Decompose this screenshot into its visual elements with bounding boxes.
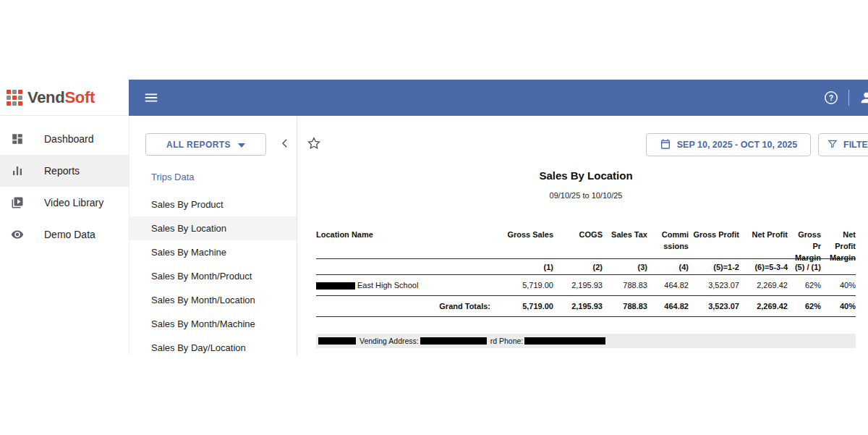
- net-profit-margin-cell: 40%: [821, 281, 856, 290]
- report-main-area: SEP 10, 2025 - OCT 10, 2025 FILTER Sales…: [297, 116, 868, 355]
- report-date-range-subtitle: 09/10/25 to 10/10/25: [316, 191, 856, 200]
- reports-list-panel: ALL REPORTS Trips Data Sales By Product …: [129, 116, 297, 355]
- report-item-sales-by-product[interactable]: Sales By Product: [129, 193, 297, 216]
- trips-data-link[interactable]: Trips Data: [151, 172, 194, 182]
- grand-totals-label: Grand Totals:: [316, 302, 492, 311]
- gross-profit-cell: 3,523.07: [689, 281, 739, 290]
- sales-tax-cell: 788.83: [603, 281, 647, 290]
- caret-down-icon: [238, 140, 245, 150]
- eye-icon: [11, 228, 24, 241]
- formula-cell: (1): [492, 263, 553, 271]
- column-header-cogs: COGS: [553, 229, 603, 258]
- table-formula-row: (1) (2) (3) (4) (5)=1-2 (6)=5-3-4 (5) / …: [316, 259, 856, 275]
- cogs-cell: 2,195.93: [553, 281, 603, 290]
- redaction-bar: [316, 282, 355, 290]
- bar-chart-icon: [11, 164, 24, 177]
- column-header-gross-profit-margin: Gross PrMargin: [788, 229, 821, 258]
- sidebar-item-label: Video Library: [44, 197, 103, 208]
- footer-address-label: Vending Address:: [359, 337, 419, 345]
- report-title: Sales By Location: [316, 169, 856, 182]
- date-range-label: SEP 10, 2025 - OCT 10, 2025: [677, 140, 798, 150]
- gross-sales-cell: 5,719.00: [492, 281, 553, 290]
- report-footer: Vending Address: rd Phone:: [316, 334, 856, 348]
- calendar-icon: [660, 138, 671, 152]
- dashboard-icon: [11, 132, 24, 145]
- app-window: VendSoft ? Dashboard Reports: [0, 0, 868, 435]
- topbar-divider: [848, 90, 849, 106]
- column-header-gross-profit: Gross Profit: [689, 229, 739, 258]
- grand-total-net-profit-margin: 40%: [821, 302, 856, 311]
- column-header-commissions: Commissions: [647, 229, 689, 258]
- formula-cell: (5)=1-2: [689, 263, 739, 271]
- chevron-left-icon[interactable]: [278, 137, 293, 151]
- report-item-sales-by-month-machine[interactable]: Sales By Month/Machine: [129, 312, 297, 336]
- redaction-bar: [524, 337, 605, 345]
- filter-label: FILTER: [843, 140, 868, 150]
- filter-funnel-icon: [827, 139, 838, 151]
- report-item-sales-by-day-location[interactable]: Sales By Day/Location: [129, 336, 297, 355]
- sidebar-item-label: Reports: [44, 165, 80, 177]
- sidebar-item-video-library[interactable]: Video Library: [0, 187, 129, 219]
- net-profit-cell: 2,269.42: [739, 281, 788, 290]
- redaction-bar: [318, 337, 356, 345]
- grand-totals-row: Grand Totals: 5,719.00 2,195.93 788.83 4…: [316, 296, 856, 317]
- column-header-net-profit-margin: Net ProfitMargin: [821, 229, 856, 258]
- column-header-location-name: Location Name: [316, 229, 492, 258]
- sales-by-location-table: Location Name Gross Sales COGS Sales Tax…: [316, 224, 856, 317]
- report-item-sales-by-month-product[interactable]: Sales By Month/Product: [129, 264, 297, 288]
- help-icon[interactable]: ?: [823, 90, 839, 106]
- location-cell: East High School: [316, 281, 492, 290]
- formula-cell: (6)=5-3-4: [739, 263, 788, 271]
- sidebar-item-dashboard[interactable]: Dashboard: [0, 123, 129, 155]
- sidebar-item-demo-data[interactable]: Demo Data: [0, 219, 129, 250]
- top-bar: ?: [129, 80, 868, 116]
- column-header-net-profit: Net Profit: [739, 229, 788, 258]
- formula-cell: (5) / (1): [788, 263, 821, 271]
- grand-total-sales-tax: 788.83: [603, 302, 647, 311]
- redaction-bar: [420, 337, 487, 345]
- footer-phone-label: rd Phone:: [490, 337, 524, 345]
- commissions-cell: 464.82: [647, 281, 689, 290]
- video-library-icon: [11, 196, 24, 209]
- grand-total-commissions: 464.82: [647, 302, 689, 311]
- sidebar-item-label: Dashboard: [44, 133, 94, 145]
- column-header-sales-tax: Sales Tax: [603, 229, 647, 258]
- gross-profit-margin-cell: 62%: [788, 281, 821, 290]
- formula-cell: (3): [603, 263, 647, 271]
- sidebar-item-reports[interactable]: Reports: [0, 155, 129, 187]
- grand-total-net-profit: 2,269.42: [739, 302, 788, 311]
- account-icon[interactable]: [859, 90, 868, 106]
- brand-name-soft: Soft: [64, 88, 95, 106]
- formula-cell: (2): [553, 263, 603, 271]
- topbar-actions: ?: [823, 80, 868, 116]
- filter-button[interactable]: FILTER: [818, 133, 868, 156]
- grand-total-cogs: 2,195.93: [553, 302, 603, 311]
- sidebar-item-label: Demo Data: [44, 229, 95, 240]
- brand-logo: VendSoft: [0, 80, 129, 116]
- nav-sidebar: Dashboard Reports Video Library Demo Dat…: [0, 117, 129, 355]
- grand-total-gross-sales: 5,719.00: [492, 302, 553, 311]
- table-header-row: Location Name Gross Sales COGS Sales Tax…: [316, 224, 856, 259]
- grand-total-gross-profit-margin: 62%: [788, 302, 821, 311]
- brand-name: VendSoft: [27, 88, 95, 107]
- report-item-sales-by-location[interactable]: Sales By Location: [129, 216, 297, 240]
- star-icon[interactable]: [307, 136, 323, 152]
- svg-text:?: ?: [829, 94, 833, 102]
- table-row: East High School 5,719.00 2,195.93 788.8…: [316, 275, 856, 296]
- all-reports-dropdown[interactable]: ALL REPORTS: [145, 133, 266, 156]
- grand-total-gross-profit: 3,523.07: [689, 302, 739, 311]
- brand-name-vend: Vend: [27, 88, 64, 106]
- column-header-gross-sales: Gross Sales: [492, 229, 553, 258]
- hamburger-menu-icon[interactable]: [143, 90, 159, 106]
- formula-cell: (4): [647, 263, 689, 271]
- report-item-sales-by-machine[interactable]: Sales By Machine: [129, 240, 297, 264]
- report-item-sales-by-month-location[interactable]: Sales By Month/Location: [129, 288, 297, 312]
- date-range-button[interactable]: SEP 10, 2025 - OCT 10, 2025: [646, 133, 811, 156]
- vendsoft-logo-icon: [7, 90, 22, 106]
- all-reports-label: ALL REPORTS: [166, 140, 231, 150]
- report-list: Sales By Product Sales By Location Sales…: [129, 193, 297, 355]
